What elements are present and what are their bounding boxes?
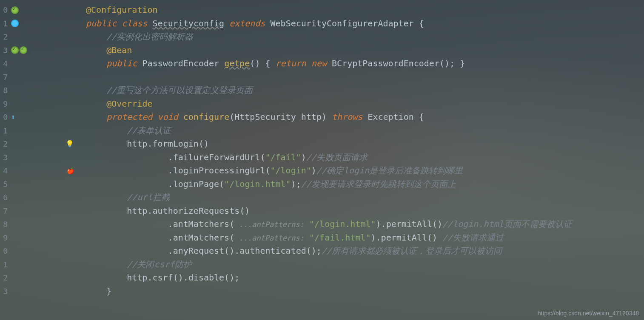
brace: { [419, 112, 424, 122]
gutter-icons: ⬆ [9, 0, 35, 320]
brace: } [106, 286, 111, 296]
string-literal: "/fail" [265, 152, 301, 162]
line-number: 0 [0, 3, 9, 17]
exception: Exception [368, 112, 413, 122]
method-name: getpe [224, 58, 250, 68]
method-call: ).permitAll() [371, 232, 443, 243]
keyword: extends [229, 18, 265, 28]
code-line[interactable]: .anyRequest().authenticated();//所有请求都必须被… [86, 244, 644, 258]
code-line[interactable]: .loginProcessingUrl("/login")//确定login是登… [86, 164, 644, 178]
line-number: 0 [0, 244, 9, 258]
param-hint: ...antPatterns: [234, 234, 304, 242]
method-call: .failureForwardUrl( [168, 152, 265, 162]
hint-gutter: 💡 🍎 [35, 0, 77, 320]
line-number: 2 [0, 271, 9, 285]
line-number: 8 [0, 84, 9, 97]
code-line[interactable] [86, 71, 644, 84]
code-line[interactable]: public PasswordEncoder getpe() { return … [86, 57, 644, 71]
line-number: 8 [0, 218, 9, 231]
parent-class: WebSecurityConfigurerAdapter [271, 18, 414, 28]
keyword: throws [332, 112, 362, 122]
line-number: 2 [0, 30, 9, 44]
line-number: 2 [0, 137, 9, 151]
paren: ( [229, 112, 234, 122]
line-number: 5 [0, 178, 9, 191]
line-number: 7 [0, 204, 9, 218]
code-line[interactable]: } [86, 285, 644, 298]
code-line[interactable]: @Override [86, 97, 644, 111]
comment: //发现要请求登录时先跳转到这个页面上 [301, 179, 456, 189]
method-call: .formLogin() [148, 139, 209, 149]
method-call: .anyRequest().authenticated(); [168, 246, 322, 256]
object: http [127, 272, 147, 283]
code-editor[interactable]: 0 1 2 3 4 7 8 9 0 1 2 3 4 5 6 7 8 9 0 1 … [0, 0, 644, 320]
keyword: void [158, 112, 178, 122]
override-icon[interactable]: ⬆ [11, 113, 15, 121]
line-number: 3 [0, 151, 9, 164]
comment: //失败请求通过 [442, 232, 504, 243]
object: http [127, 139, 147, 149]
line-number-gutter: 0 1 2 3 4 7 8 9 0 1 2 3 4 5 6 7 8 9 0 1 … [0, 0, 9, 320]
string-literal: "/login.html" [224, 179, 291, 189]
code-line[interactable]: //url拦截 [86, 191, 644, 204]
method-call: ).permitAll() [376, 219, 443, 229]
line-number: 1 [0, 17, 9, 31]
method-call: .antMatchers( [168, 219, 235, 229]
run-icon[interactable] [11, 6, 19, 14]
annotation: @Bean [106, 45, 132, 55]
keyword: class [122, 18, 147, 28]
line-number: 9 [0, 231, 9, 245]
line-number: 1 [0, 124, 9, 138]
param-type: HttpSecurity [234, 112, 296, 122]
comment: //所有请求都必须被认证，登录后才可以被访问 [322, 246, 502, 256]
brace: { [265, 58, 271, 68]
keyword: public [86, 18, 117, 28]
comment: //实例化出密码解析器 [106, 31, 193, 42]
method-name: configure [183, 112, 229, 122]
annotation: @Override [106, 99, 152, 109]
method-call: .loginProcessingUrl( [168, 165, 271, 176]
breakpoint-icon[interactable]: 🍎 [67, 167, 74, 174]
code-line[interactable]: http.authorizeRequests() [86, 204, 644, 218]
code-line[interactable]: //重写这个方法可以设置定义登录页面 [86, 84, 644, 97]
string-literal: "/login.html" [309, 219, 376, 229]
method-call: .loginPage( [168, 179, 224, 189]
web-icon[interactable] [11, 20, 19, 27]
line-number: 6 [0, 191, 9, 204]
annotation: @Configuration [86, 5, 158, 15]
code-line[interactable]: protected void configure(HttpSecurity ht… [86, 110, 644, 124]
comment: //关闭csrf防护 [127, 259, 191, 269]
code-line[interactable]: @Bean [86, 44, 644, 57]
code-line[interactable]: //实例化出密码解析器 [86, 30, 644, 44]
brace: } [460, 58, 465, 68]
method-call: .antMatchers( [168, 232, 235, 243]
code-line[interactable]: //表单认证 [86, 124, 644, 138]
param-hint: ...antPatterns: [234, 220, 304, 229]
code-content[interactable]: @Configuration public class Securityconf… [77, 0, 644, 320]
run-icon[interactable] [20, 46, 27, 54]
line-number: 3 [0, 285, 9, 298]
comment: //url拦截 [127, 192, 169, 202]
string-literal: "/fail.html" [309, 232, 371, 243]
code-line[interactable]: @Configuration [86, 3, 644, 17]
line-number: 4 [0, 57, 9, 71]
run-icon[interactable] [11, 46, 19, 54]
keyword: new [311, 58, 327, 68]
paren: ); [291, 179, 301, 189]
bulb-icon[interactable]: 💡 [66, 140, 74, 148]
return-type: PasswordEncoder [142, 58, 219, 68]
code-line[interactable]: http.formLogin() [86, 137, 644, 151]
code-line[interactable]: public class Securityconfig extends WebS… [86, 17, 644, 31]
comment: //重写这个方法可以设置定义登录页面 [106, 85, 253, 95]
keyword: protected [106, 112, 152, 122]
code-line[interactable]: .antMatchers( ...antPatterns: "/fail.htm… [86, 231, 644, 245]
code-line[interactable]: //关闭csrf防护 [86, 258, 644, 272]
keyword: return [276, 58, 306, 68]
line-number: 9 [0, 97, 9, 111]
code-line[interactable]: http.csrf().disable(); [86, 271, 644, 285]
line-number: 1 [0, 258, 9, 272]
code-line[interactable]: .antMatchers( ...antPatterns: "/login.ht… [86, 218, 644, 231]
code-line[interactable]: .loginPage("/login.html");//发现要请求登录时先跳转到… [86, 178, 644, 191]
comment: //login.html页面不需要被认证 [442, 219, 572, 229]
code-line[interactable]: .failureForwardUrl("/fail")//失败页面请求 [86, 151, 644, 164]
